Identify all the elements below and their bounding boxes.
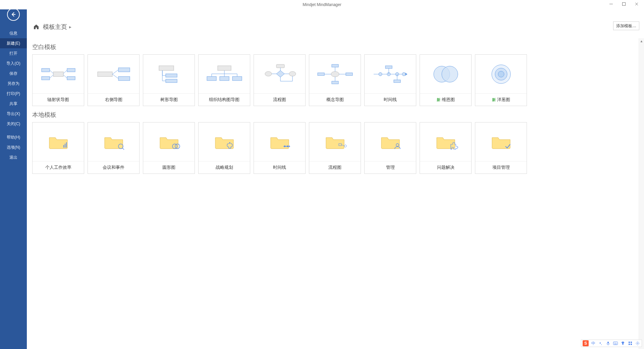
blank-template-grid: 辐射状导图 右侧导图 树形导图	[32, 54, 639, 106]
sidebar-item-saveas[interactable]: 另存为	[0, 79, 27, 89]
maximize-button[interactable]	[618, 0, 630, 8]
sidebar-item-new[interactable]: 新建(E)	[0, 38, 27, 48]
chevron-right-icon: ▸	[69, 24, 71, 30]
ime-mic-icon[interactable]	[605, 341, 611, 346]
template-tree-map[interactable]: 树形导图	[143, 54, 195, 106]
ime-logo-icon[interactable]: S	[583, 340, 589, 346]
template-label: 流程图	[273, 97, 286, 103]
template-label: 组织结构图导图	[209, 97, 239, 103]
sidebar-item-label: 导出(X)	[7, 111, 20, 117]
svg-rect-8	[42, 77, 50, 80]
template-concept-map[interactable]: 概念导图	[309, 54, 361, 106]
sidebar-item-close[interactable]: 关闭(C)	[0, 119, 27, 129]
svg-point-35	[265, 71, 272, 76]
svg-rect-62	[63, 145, 64, 148]
file-sidebar: 信息 新建(E) 打开 导入(O) 保存 另存为 打印(P) 共享 导出(X) …	[0, 0, 27, 349]
scroll-up-icon[interactable]: ▲	[639, 38, 644, 44]
new-tag: 新	[437, 97, 440, 102]
folder-icon	[199, 122, 250, 161]
template-label: 项目管理	[492, 164, 510, 170]
svg-rect-54	[385, 66, 392, 68]
ime-lang[interactable]: 中	[591, 341, 596, 346]
folder-personal[interactable]: 个人工作效率	[32, 122, 84, 174]
sidebar-item-options[interactable]: 选项(N)	[0, 142, 27, 152]
add-template-button[interactable]: 添加模板…	[613, 21, 639, 30]
svg-rect-10	[67, 68, 75, 72]
sidebar-item-exit[interactable]: 退出	[0, 152, 27, 162]
svg-point-52	[402, 72, 406, 76]
sidebar-item-open[interactable]: 打开	[0, 48, 27, 58]
folder-project[interactable]: 项目管理	[475, 122, 527, 174]
template-flowchart[interactable]: 流程图	[254, 54, 306, 106]
template-label: 右侧导图	[105, 97, 122, 103]
thumb-concept	[309, 55, 361, 94]
breadcrumb-title[interactable]: 模板主页	[43, 23, 67, 31]
folder-icon	[365, 122, 416, 161]
thumb-venn	[420, 55, 471, 94]
sidebar-item-print[interactable]: 打印(P)	[0, 89, 27, 99]
template-label: 树形导图	[160, 97, 178, 103]
template-venn[interactable]: 新维恩图	[420, 54, 472, 106]
sidebar-item-label: 打印(P)	[7, 91, 20, 97]
svg-rect-79	[613, 342, 618, 345]
sidebar-item-label: 信息	[9, 31, 17, 36]
svg-rect-30	[232, 77, 242, 81]
sidebar-item-save[interactable]: 保存	[0, 68, 27, 79]
template-right-map[interactable]: 右侧导图	[88, 54, 140, 106]
template-scroll[interactable]: 空白模板 辐射状导图 右侧导图	[27, 38, 639, 349]
template-org-chart[interactable]: 组织结构图导图	[198, 54, 250, 106]
svg-rect-19	[159, 66, 174, 70]
thumb-org	[199, 55, 250, 94]
svg-point-88	[637, 343, 638, 344]
main-area: 模板主页 ▸ 添加模板… ▲ 空白模板 辐射状导图	[27, 9, 644, 349]
ime-punct-icon[interactable]: •,	[598, 341, 603, 346]
local-template-grid: 个人工作效率 会议和事件 圆形图 战略规划 时间线 流程图	[32, 122, 639, 174]
breadcrumb-bar: 模板主页 ▸	[27, 20, 644, 34]
template-timeline[interactable]: 时间线	[364, 54, 416, 106]
svg-line-18	[112, 74, 118, 79]
svg-rect-15	[118, 68, 130, 72]
thumb-tree	[143, 55, 195, 94]
folder-meetings[interactable]: 会议和事件	[88, 122, 140, 174]
svg-marker-33	[276, 70, 284, 77]
svg-point-80	[614, 342, 614, 343]
svg-line-7	[50, 70, 53, 73]
folder-manage[interactable]: 管理	[364, 122, 416, 174]
folder-flowchart[interactable]: 流程图	[309, 122, 361, 174]
ime-skin-icon[interactable]	[620, 341, 626, 346]
thumb-radial	[33, 55, 84, 94]
folder-circle[interactable]: 圆形图	[143, 122, 195, 174]
sidebar-item-label: 导入(O)	[6, 61, 20, 66]
svg-rect-14	[98, 72, 112, 77]
svg-rect-43	[318, 73, 324, 76]
template-onion[interactable]: 新洋葱图	[475, 54, 527, 106]
ime-settings-icon[interactable]	[635, 341, 640, 346]
folder-problem[interactable]: 问题解决	[420, 122, 472, 174]
sidebar-item-share[interactable]: 共享	[0, 99, 27, 109]
ime-toolbox-icon[interactable]	[628, 341, 633, 346]
folder-strategy[interactable]: 战略规划	[198, 122, 250, 174]
minimize-button[interactable]	[605, 0, 617, 8]
section-title-blank: 空白模板	[32, 43, 639, 51]
back-button[interactable]	[7, 8, 20, 21]
sidebar-item-help[interactable]: 帮助(H)	[0, 132, 27, 142]
folder-timeline[interactable]: 时间线	[254, 122, 306, 174]
scrollbar[interactable]: ▲	[639, 38, 644, 349]
template-label: 时间线	[273, 164, 286, 170]
sidebar-item-info[interactable]: 信息	[0, 28, 27, 38]
template-label: 维恩图	[442, 97, 455, 103]
ime-keyboard-icon[interactable]	[613, 341, 618, 346]
svg-line-9	[50, 75, 53, 78]
sidebar-item-label: 另存为	[7, 81, 19, 87]
sidebar-item-export[interactable]: 导出(X)	[0, 109, 27, 119]
svg-line-11	[63, 70, 67, 73]
svg-rect-31	[276, 64, 284, 68]
template-radial-map[interactable]: 辐射状导图	[32, 54, 84, 106]
close-button[interactable]	[631, 0, 643, 8]
ime-toolbar[interactable]: S 中 •,	[581, 340, 642, 347]
sidebar-item-import[interactable]: 导入(O)	[0, 58, 27, 68]
svg-point-69	[229, 142, 230, 144]
svg-point-82	[616, 342, 616, 343]
home-icon[interactable]	[32, 23, 40, 31]
svg-point-58	[442, 66, 458, 82]
